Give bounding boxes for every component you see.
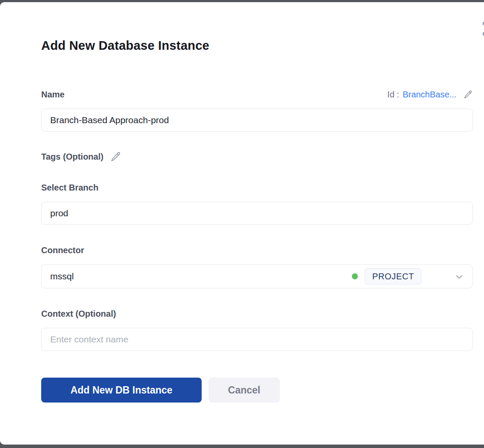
tags-label: Tags (Optional)	[41, 151, 103, 162]
tags-row: Tags (Optional)	[41, 151, 473, 162]
chevron-down-icon[interactable]	[454, 272, 464, 284]
modal-title: Add New Database Instance	[41, 38, 473, 53]
connector-label: Connector	[41, 245, 473, 256]
branch-input[interactable]	[41, 202, 473, 225]
edit-tags-icon[interactable]	[110, 151, 121, 162]
add-db-instance-modal: Add New Database Instance Name Id : Bran…	[0, 2, 484, 445]
instance-id-link[interactable]: BranchBase...	[402, 90, 457, 100]
action-button-row: Add New DB Instance Cancel	[41, 378, 473, 403]
cancel-button[interactable]: Cancel	[209, 378, 280, 403]
connector-select[interactable]: PROJECT	[41, 264, 473, 288]
name-label: Name	[41, 89, 64, 100]
instance-id-group: Id : BranchBase...	[387, 90, 473, 100]
id-prefix-label: Id :	[387, 90, 399, 100]
project-scope-badge: PROJECT	[365, 268, 421, 285]
name-input[interactable]	[41, 109, 473, 132]
edit-id-icon[interactable]	[463, 90, 473, 99]
add-db-instance-button[interactable]: Add New DB Instance	[41, 378, 202, 403]
context-input[interactable]	[41, 328, 473, 351]
context-label: Context (Optional)	[41, 308, 473, 319]
name-label-row: Name Id : BranchBase...	[41, 89, 473, 100]
connector-status-dot	[352, 273, 358, 279]
branch-label: Select Branch	[41, 182, 473, 193]
